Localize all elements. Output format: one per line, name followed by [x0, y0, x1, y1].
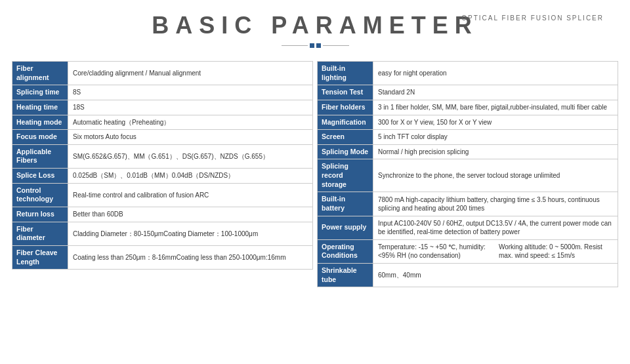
table-row: Return lossBetter than 60DB: [12, 207, 313, 222]
row-value: Cladding Diameter：80-150μmCoating Diamet…: [68, 222, 312, 245]
row-value: 300 for X or Y view, 150 for X or Y view: [373, 115, 618, 130]
table-row: Power supplyInput AC100-240V 50 / 60HZ, …: [317, 216, 618, 240]
row-label: Built-in lighting: [318, 62, 373, 85]
row-value: Real-time control and calibration of fus…: [68, 184, 312, 207]
row-label: Splicing time: [12, 85, 68, 100]
row-label: Control technology: [12, 184, 68, 207]
header-divider: [0, 43, 630, 48]
page: OPTICAL FIBER FUSION SPLICER BASIC PARAM…: [0, 0, 630, 364]
row-value: 5 inch TFT color display: [373, 130, 618, 144]
row-label: Fiber alignment: [12, 62, 68, 85]
table-row: Fiber Cleave LengthCoating less than 250…: [12, 245, 313, 270]
table-row: Operating ConditionsTemperature: -15 ~ +…: [317, 239, 618, 264]
table-row: Splicing time8S: [12, 85, 313, 100]
table-row: Screen5 inch TFT color display: [317, 129, 618, 145]
row-label: Splice Loss: [12, 169, 68, 183]
subtitle: OPTICAL FIBER FUSION SPLICER: [461, 14, 604, 22]
left-column: Fiber alignmentCore/cladding alignment /…: [12, 61, 313, 287]
table-row: Control technologyReal-time control and …: [12, 183, 313, 207]
row-label: Focus mode: [12, 130, 68, 144]
row-label: Shrinkable tube: [318, 264, 373, 287]
row-label: Return loss: [12, 207, 68, 222]
row-value: SM(G.652&G.657)、MM（G.651）、DS(G.657)、NZDS…: [68, 145, 312, 168]
header: OPTICAL FIBER FUSION SPLICER BASIC PARAM…: [0, 0, 630, 58]
table-row: Fiber holders3 in 1 fiber holder, SM, MM…: [317, 100, 618, 115]
row-label: Built-in battery: [318, 192, 373, 215]
row-label: Heating mode: [12, 115, 68, 130]
row-label: Screen: [318, 130, 373, 144]
divider-dot2: [316, 43, 321, 48]
table-area: Fiber alignmentCore/cladding alignment /…: [0, 61, 630, 287]
divider-line-right: [323, 45, 349, 46]
row-value: Input AC100-240V 50 / 60HZ, output DC13.…: [373, 216, 618, 239]
table-row: Built-in battery7800 mA high-capacity li…: [317, 192, 618, 216]
table-row: Splicing record storageSynchronize to th…: [317, 159, 618, 192]
row-value: Normal / high precision splicing: [373, 145, 618, 159]
right-column: Built-in lightingeasy for night operatio…: [317, 61, 618, 287]
row-value: Six motors Auto focus: [68, 130, 312, 144]
table-row: Heating time18S: [12, 100, 313, 115]
row-value: 18S: [68, 100, 312, 115]
divider-dot1: [310, 43, 314, 48]
row-label: Fiber holders: [318, 100, 373, 115]
row-value: 3 in 1 fiber holder, SM, MM, bare fiber,…: [373, 100, 618, 115]
row-label: Fiber Cleave Length: [12, 246, 68, 269]
table-row: Shrinkable tube60mm、40mm: [317, 263, 618, 287]
row-label: Applicable Fibers: [12, 145, 68, 168]
row-label: Power supply: [318, 216, 373, 239]
row-label: Splicing Mode: [318, 145, 373, 159]
table-row: Fiber alignmentCore/cladding alignment /…: [12, 61, 313, 85]
divider-line-left: [282, 45, 308, 46]
row-value: 60mm、40mm: [373, 264, 618, 287]
row-label: Heating time: [12, 100, 68, 115]
row-value: Synchronize to the phone, the server toc…: [373, 159, 618, 192]
table-row: Heating modeAutomatic heating（Preheating…: [12, 115, 313, 131]
row-label: Tension Test: [318, 85, 373, 100]
table-row: Focus modeSix motors Auto focus: [12, 129, 313, 145]
row-value: Automatic heating（Preheating）: [68, 115, 312, 130]
row-label: Operating Conditions: [318, 240, 373, 263]
row-value: Core/cladding alignment / Manual alignme…: [68, 62, 312, 85]
table-row: Applicable FibersSM(G.652&G.657)、MM（G.65…: [12, 144, 313, 169]
table-row: Built-in lightingeasy for night operatio…: [317, 61, 618, 85]
row-value: 7800 mA high-capacity lithium battery, c…: [373, 192, 618, 215]
row-value: 8S: [68, 85, 312, 100]
table-row: Splicing ModeNormal / high precision spl…: [317, 144, 618, 160]
row-label: Splicing record storage: [318, 159, 373, 192]
row-value: Coating less than 250μm：8-16mmCoating le…: [68, 246, 312, 269]
table-row: Splice Loss0.025dB（SM）、0.01dB（MM）0.04dB（…: [12, 168, 313, 184]
row-value: Standard 2N: [373, 85, 618, 100]
table-row: Magnification300 for X or Y view, 150 fo…: [317, 115, 618, 131]
row-value: easy for night operation: [373, 62, 618, 85]
table-row: Tension TestStandard 2N: [317, 85, 618, 100]
row-value: 0.025dB（SM）、0.01dB（MM）0.04dB（DS/NZDS）: [68, 169, 312, 183]
row-value: Temperature: -15 ~ +50 ℃, humidity: <95%…: [373, 240, 618, 263]
row-label: Magnification: [318, 115, 373, 130]
table-row: Fiber diameterCladding Diameter：80-150μm…: [12, 222, 313, 246]
row-label: Fiber diameter: [12, 222, 68, 245]
row-value: Better than 60DB: [68, 207, 312, 222]
